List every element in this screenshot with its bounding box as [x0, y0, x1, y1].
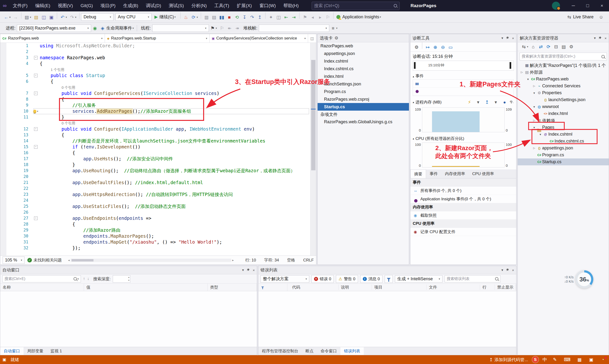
pin-icon[interactable]: [506, 268, 509, 272]
breakpoint-margin[interactable]: [0, 192, 6, 197]
breakpoint-margin[interactable]: [0, 180, 6, 186]
new-file-icon[interactable]: ▤▾: [23, 13, 33, 21]
indent-increase-icon[interactable]: ⇥: [290, 13, 298, 21]
collapse-all-icon[interactable]: ⊟: [552, 43, 560, 51]
code-area[interactable]: 1using Microsoft.AspNetCore.Builder;23−n…: [0, 43, 316, 256]
next-frame-icon[interactable]: ↠: [233, 24, 241, 32]
menu-item[interactable]: 扩展(X): [233, 0, 256, 12]
code-line[interactable]: 8 {: [0, 96, 311, 102]
minimize-button[interactable]: ─: [566, 0, 581, 12]
process-select[interactable]: [22360] RazorPages.web.exe ▾: [17, 25, 91, 32]
code-line[interactable]: 10▾ services.AddRazorPages();//添加Razor页面…: [0, 108, 311, 114]
document-tab[interactable]: Index.cshtml: [318, 57, 409, 65]
menu-item[interactable]: 帮助(H): [280, 0, 302, 12]
breakpoint-margin[interactable]: [0, 67, 6, 73]
breakpoint-margin[interactable]: [0, 227, 6, 233]
add-to-source-control-button[interactable]: ↥ 添加到源代码管...: [489, 357, 528, 363]
collapse-arrow-icon[interactable]: ▼: [532, 105, 536, 108]
menu-item[interactable]: 编辑(E): [31, 0, 54, 12]
break-all-icon[interactable]: ▮▮: [218, 13, 225, 21]
redo-icon[interactable]: ↷▾: [68, 13, 78, 21]
tool-window-tab[interactable]: 局部变量: [24, 347, 47, 355]
breakpoint-margin[interactable]: [0, 43, 6, 49]
health-indicator[interactable]: ✓ 未找到相关问题: [27, 257, 62, 263]
document-tab[interactable]: Startup.cs: [318, 103, 409, 111]
stop-debugging-icon[interactable]: ■: [225, 13, 233, 21]
bookmark-prev-icon[interactable]: ◂: [309, 13, 316, 21]
prev-frame-icon[interactable]: ↞: [226, 24, 233, 32]
toolbar-overflow-icon[interactable]: ≡▾: [329, 24, 339, 32]
snapshot-up-icon[interactable]: ↥: [483, 98, 491, 106]
code-line[interactable]: 22: [0, 186, 311, 192]
cpu-section-header[interactable]: ▴ CPU (所有处理器的百分比): [410, 134, 516, 142]
tree-item[interactable]: ▼C#RazorPages.web: [518, 76, 609, 83]
errors-toggle-button[interactable]: ✕ 错误 0: [311, 275, 334, 283]
breakpoint-margin[interactable]: [0, 102, 6, 108]
space-indicator[interactable]: 空格: [287, 257, 295, 263]
breakpoint-margin[interactable]: [0, 108, 6, 114]
breakpoint-margin[interactable]: [0, 55, 6, 61]
code-line[interactable]: 28 {: [0, 221, 311, 227]
continue-button[interactable]: ▶ 继续(C) ▾: [153, 13, 178, 21]
tool-window-tab[interactable]: 监视 1: [47, 347, 65, 355]
breakpoint-margin[interactable]: [0, 209, 6, 215]
tree-item[interactable]: C#Program.cs: [518, 152, 609, 158]
bookmark-next-icon[interactable]: ▸: [316, 13, 324, 21]
feedback-icon[interactable]: ☺: [598, 15, 604, 19]
close-button[interactable]: ×: [595, 0, 609, 12]
code-line[interactable]: 25 app.UseStaticFiles(); //添加启动静态文件页面: [0, 203, 311, 209]
breakpoint-margin[interactable]: [0, 233, 6, 239]
autos-search-input[interactable]: 搜索(Ctrl+E) ▾: [2, 275, 81, 282]
background-tasks-icon[interactable]: ▣: [2, 357, 6, 362]
undo-icon[interactable]: ↶▾: [59, 13, 68, 21]
tree-item[interactable]: ▼Pages: [518, 124, 609, 131]
scrollbar-track[interactable]: [71, 259, 232, 262]
menu-item[interactable]: 视图(V): [54, 0, 77, 12]
code-line[interactable]: 6 {: [0, 78, 311, 84]
column-header[interactable]: 行: [480, 285, 495, 290]
error-source-select[interactable]: 生成 + IntelliSense ▾: [395, 275, 442, 283]
collapse-arrow-icon[interactable]: ▼: [532, 126, 536, 129]
menu-item[interactable]: 测试(S): [165, 0, 187, 12]
code-line[interactable]: 24: [0, 197, 311, 203]
expand-arrow-icon[interactable]: ▷: [532, 146, 536, 150]
code-line[interactable]: 1using Microsoft.AspNetCore.Builder;: [0, 43, 311, 49]
breakpoint-margin[interactable]: [0, 156, 6, 162]
application-insights-button[interactable]: Application Insights ▾: [335, 13, 382, 21]
fold-icon[interactable]: −: [34, 127, 38, 131]
fold-icon[interactable]: −: [34, 145, 38, 149]
menu-item[interactable]: 窗口(W): [256, 0, 280, 12]
document-tab[interactable]: RazorPages.web.csproj: [318, 95, 409, 103]
expand-arrow-icon[interactable]: ▷: [532, 84, 536, 88]
keyboard-icon[interactable]: ⌨: [563, 356, 572, 364]
save-icon[interactable]: ◫: [40, 13, 48, 21]
snapshot-dd-icon[interactable]: ▾: [492, 98, 500, 106]
switch-views-icon[interactable]: ⇆▾: [520, 43, 530, 51]
show-all-files-icon[interactable]: ▤: [560, 43, 568, 51]
nav-forward-icon[interactable]: →: [12, 13, 20, 21]
tree-item[interactable]: ▦解决方案"RazorPages"(1 个项目/共 1 个: [518, 62, 609, 69]
live-share-icon[interactable]: ⇆: [566, 13, 573, 21]
close-icon[interactable]: ×: [512, 268, 514, 272]
summary-item[interactable]: Application Insights 事件(0 个，共 0 个): [410, 195, 516, 203]
breakpoint-margin[interactable]: [0, 144, 6, 150]
menu-item[interactable]: 工具(T): [210, 0, 233, 12]
tree-item[interactable]: <>index.html: [518, 110, 609, 117]
menu-item[interactable]: 分析(N): [188, 0, 210, 12]
error-search-input[interactable]: 搜索错误列表: [445, 275, 501, 282]
fold-icon[interactable]: −: [34, 91, 38, 95]
export-icon[interactable]: ↦: [424, 43, 431, 52]
window-menu-icon[interactable]: ▾: [502, 268, 503, 272]
code-line[interactable]: 18 }: [0, 162, 311, 168]
autos-grid[interactable]: [0, 291, 257, 347]
code-line[interactable]: 19 app.UseRouting(); //启动终结点路由（做选择，判断请求类…: [0, 168, 311, 174]
search-prev-icon[interactable]: ↑: [83, 276, 85, 281]
breakpoint-margin[interactable]: [0, 245, 6, 251]
code-line[interactable]: 23 app.UseHttpsRedirection(); //自动跳转到HTT…: [0, 192, 311, 197]
breakpoint-margin[interactable]: [0, 162, 6, 168]
step-into-icon[interactable]: ↧: [241, 13, 248, 21]
thread-select[interactable]: ▾: [152, 25, 209, 32]
snapshot-icon[interactable]: ◉: [91, 24, 99, 32]
tree-item[interactable]: C#Startup.cs: [518, 158, 609, 165]
screen-icon[interactable]: ▣: [587, 356, 595, 364]
